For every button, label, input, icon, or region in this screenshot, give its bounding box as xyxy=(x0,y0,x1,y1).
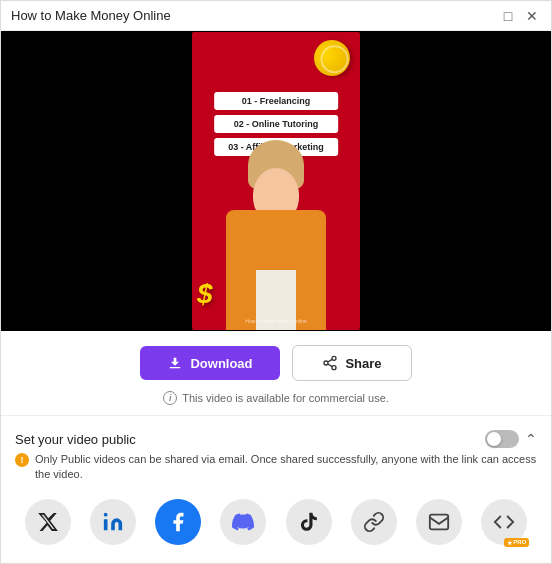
video-container: 01 - Freelancing 02 - Online Tutoring 03… xyxy=(1,31,551,331)
social-tiktok-button[interactable] xyxy=(286,499,332,545)
svg-line-4 xyxy=(328,364,333,367)
social-embed-button[interactable]: ★ PRO xyxy=(481,499,527,545)
social-facebook-button[interactable] xyxy=(155,499,201,545)
public-label: Set your video public xyxy=(15,432,136,447)
download-icon xyxy=(167,355,183,371)
social-email-button[interactable] xyxy=(416,499,462,545)
menu-item-1: 01 - Freelancing xyxy=(214,92,338,110)
pro-label: PRO xyxy=(513,539,526,545)
svg-point-2 xyxy=(324,361,328,365)
social-row: ★ PRO xyxy=(1,491,551,551)
svg-rect-7 xyxy=(430,514,448,529)
pro-badge: ★ PRO xyxy=(504,538,529,547)
x-twitter-icon xyxy=(37,511,59,533)
svg-rect-0 xyxy=(170,367,181,368)
facebook-icon xyxy=(167,511,189,533)
share-icon xyxy=(322,355,338,371)
share-button[interactable]: Share xyxy=(292,345,412,381)
social-link-button[interactable] xyxy=(351,499,397,545)
video-person xyxy=(221,160,331,330)
video-frame: 01 - Freelancing 02 - Online Tutoring 03… xyxy=(192,32,360,330)
tiktok-icon xyxy=(298,511,320,533)
dollar-decoration: $ xyxy=(197,278,213,310)
actions-row: Download Share xyxy=(1,331,551,389)
embed-icon xyxy=(493,511,515,533)
email-icon xyxy=(428,511,450,533)
divider xyxy=(1,415,551,416)
window-title: How to Make Money Online xyxy=(11,8,171,23)
svg-line-5 xyxy=(328,359,333,362)
video-bottom-text: How to Make Money Online xyxy=(245,318,306,324)
menu-item-2: 02 - Online Tutoring xyxy=(214,115,338,133)
title-bar: How to Make Money Online □ ✕ xyxy=(1,1,551,31)
warning-row: Only Public videos can be shared via ema… xyxy=(1,450,551,491)
download-button[interactable]: Download xyxy=(140,346,280,380)
public-toggle[interactable] xyxy=(485,430,519,448)
close-button[interactable]: ✕ xyxy=(523,7,541,25)
social-x-button[interactable] xyxy=(25,499,71,545)
discord-icon xyxy=(232,511,254,533)
minimize-button[interactable]: □ xyxy=(499,7,517,25)
svg-point-1 xyxy=(332,356,336,360)
svg-point-6 xyxy=(104,513,108,517)
pro-star: ★ xyxy=(507,539,512,546)
warning-icon xyxy=(15,453,29,467)
toggle-group: ⌃ xyxy=(485,430,537,448)
collapse-icon[interactable]: ⌃ xyxy=(525,431,537,447)
coin-decoration xyxy=(309,35,355,81)
info-icon: i xyxy=(163,391,177,405)
link-icon xyxy=(363,511,385,533)
warning-text: Only Public videos can be shared via ema… xyxy=(35,452,537,483)
commercial-note: i This video is available for commercial… xyxy=(1,389,551,415)
person-jacket xyxy=(226,210,326,330)
public-row: Set your video public ⌃ xyxy=(1,424,551,450)
linkedin-icon xyxy=(102,511,124,533)
window-controls: □ ✕ xyxy=(499,7,541,25)
toggle-knob xyxy=(487,432,501,446)
social-linkedin-button[interactable] xyxy=(90,499,136,545)
svg-point-3 xyxy=(332,366,336,370)
social-discord-button[interactable] xyxy=(220,499,266,545)
